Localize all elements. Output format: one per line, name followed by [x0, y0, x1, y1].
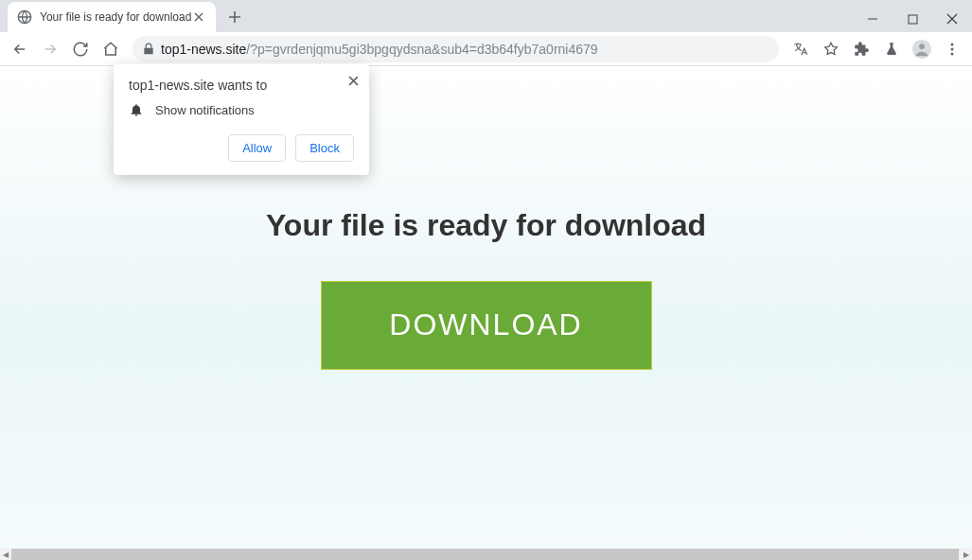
labs-icon[interactable]	[877, 35, 906, 63]
tab-close-icon[interactable]	[191, 9, 206, 25]
new-tab-button[interactable]	[221, 4, 248, 30]
block-button[interactable]: Block	[295, 134, 354, 162]
svg-rect-1	[909, 15, 917, 24]
reload-button[interactable]	[66, 35, 95, 63]
profile-icon[interactable]	[908, 35, 936, 63]
allow-button[interactable]: Allow	[228, 134, 286, 162]
notification-permission-popup: top1-news.site wants to Show notificatio…	[114, 64, 369, 175]
lock-icon	[142, 43, 155, 56]
globe-icon	[17, 9, 32, 25]
svg-point-3	[919, 44, 925, 49]
toolbar: top1-news.site /?p=gvrdenjqmu5gi3bpgqyds…	[0, 32, 972, 66]
extensions-icon[interactable]	[847, 35, 875, 63]
svg-point-4	[951, 43, 954, 45]
bell-icon	[129, 102, 144, 117]
svg-point-6	[951, 52, 954, 55]
translate-icon[interactable]	[786, 35, 815, 63]
notification-prompt-text: top1-news.site wants to	[129, 78, 354, 93]
titlebar: Your file is ready for download	[0, 0, 972, 32]
address-bar[interactable]: top1-news.site /?p=gvrdenjqmu5gi3bpgqyds…	[133, 36, 779, 62]
scroll-right-arrow-icon[interactable]: ▶	[961, 549, 972, 560]
scroll-left-arrow-icon[interactable]: ◀	[0, 549, 11, 560]
minimize-button[interactable]	[853, 6, 892, 32]
horizontal-scrollbar[interactable]: ◀ ▶	[0, 549, 972, 560]
home-button[interactable]	[97, 35, 125, 63]
forward-button[interactable]	[36, 35, 64, 63]
back-button[interactable]	[6, 35, 34, 63]
notification-actions: Allow Block	[129, 134, 354, 162]
url-path: /?p=gvrdenjqmu5gi3bpgqydsna&sub4=d3b64fy…	[246, 42, 597, 57]
scrollbar-thumb[interactable]	[11, 549, 959, 560]
download-button[interactable]: DOWNLOAD	[321, 281, 652, 370]
notification-permission-label: Show notifications	[155, 103, 255, 117]
page-headline: Your file is ready for download	[266, 208, 706, 243]
tab-title: Your file is ready for download	[40, 10, 191, 24]
scrollbar-track[interactable]	[11, 549, 961, 560]
browser-tab[interactable]: Your file is ready for download	[8, 2, 216, 32]
bookmark-star-icon[interactable]	[817, 35, 845, 63]
popup-close-icon[interactable]	[345, 72, 362, 89]
svg-point-5	[951, 47, 954, 50]
notification-permission-row: Show notifications	[129, 102, 354, 117]
window-controls	[853, 4, 972, 32]
toolbar-right	[786, 35, 966, 63]
url-host: top1-news.site	[161, 42, 246, 57]
window-close-button[interactable]	[932, 6, 972, 32]
menu-icon[interactable]	[938, 35, 966, 63]
maximize-button[interactable]	[892, 6, 932, 32]
